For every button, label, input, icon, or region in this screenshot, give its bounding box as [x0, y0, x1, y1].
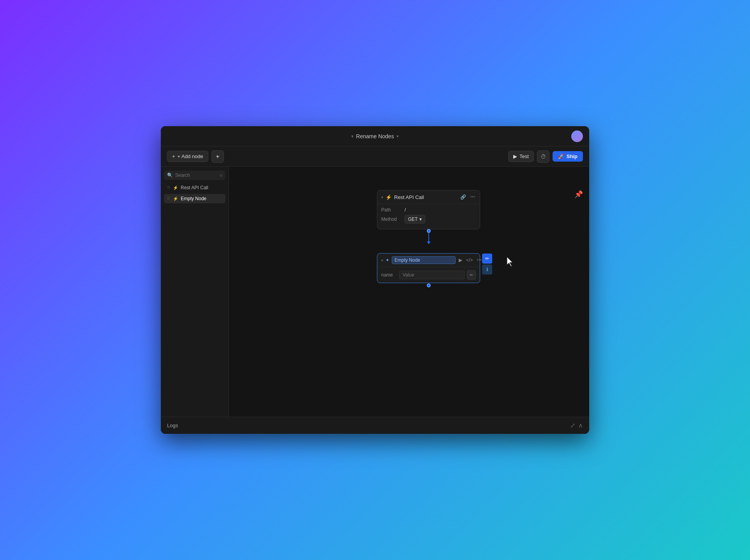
side-action-edit[interactable]: ✏ — [482, 254, 492, 264]
rest-api-icon: ⚡ — [173, 185, 178, 190]
node-container: ▾ ⚡ Rest API Call 🔗 ••• Path / Method — [377, 190, 480, 229]
node-connector — [427, 229, 431, 244]
avatar[interactable] — [571, 130, 583, 142]
run-icon[interactable]: ▶ — [458, 257, 463, 264]
method-value: GET — [408, 217, 418, 222]
link-icon[interactable]: 🔗 — [460, 194, 467, 201]
more-icon[interactable]: ••• — [469, 194, 476, 201]
empty-node-header-icon: ✦ — [386, 257, 389, 263]
pin-icon[interactable]: 📌 — [574, 190, 583, 199]
title-bar: ▾ Rename Nodes ▾ — [161, 126, 589, 146]
method-field: Method GET ▾ — [381, 215, 476, 224]
rest-api-node-title: Rest API Call — [394, 194, 457, 200]
node-name-input[interactable] — [392, 256, 456, 264]
code-icon[interactable]: </> — [465, 257, 474, 264]
empty-node: ▾ ✦ ▶ </> ••• name ✏ — [377, 253, 480, 283]
cursor — [505, 256, 515, 269]
method-chevron-icon: ▾ — [419, 217, 422, 222]
path-field: Path / — [381, 207, 476, 213]
sidebar-item-empty-node-label: Empty Node — [181, 196, 206, 201]
sidebar-item-rest-api-label: Rest API Call — [181, 185, 208, 190]
connector-arrow — [427, 241, 431, 244]
sidebar: 🔍 ≡ ⠿ ⚡ Rest API Call ⠿ ⚡ Empty Node — [161, 167, 229, 417]
empty-node-collapse-icon[interactable]: ▾ — [381, 258, 383, 262]
side-edit-icon: ✏ — [485, 256, 489, 261]
main-content: 🔍 ≡ ⠿ ⚡ Rest API Call ⠿ ⚡ Empty Node 📌 — [161, 167, 589, 417]
pencil-icon: ✏ — [470, 273, 473, 278]
add-node-icon: + — [172, 153, 175, 159]
path-value: / — [405, 207, 476, 213]
history-button[interactable]: ⏱ — [537, 150, 549, 163]
rest-api-node-header: ▾ ⚡ Rest API Call 🔗 ••• — [377, 190, 480, 204]
side-info-icon: ℹ — [486, 267, 488, 272]
rest-api-node-body: Path / Method GET ▾ — [377, 204, 480, 229]
rest-api-call-node: ▾ ⚡ Rest API Call 🔗 ••• Path / Method — [377, 190, 480, 229]
test-label: Test — [519, 153, 529, 159]
logs-expand-button[interactable]: ⤢ — [570, 422, 575, 429]
method-label: Method — [381, 217, 405, 222]
ship-rocket-icon: 🚀 — [558, 153, 564, 159]
side-action-info[interactable]: ℹ — [482, 264, 492, 275]
empty-node-header: ▾ ✦ ▶ </> ••• — [377, 254, 480, 267]
canvas[interactable]: 📌 ▾ ⚡ Rest API Call 🔗 ••• Path — [229, 167, 589, 417]
history-icon: ⏱ — [540, 153, 546, 160]
edit-button[interactable]: ✏ — [467, 270, 476, 280]
path-label: Path — [381, 207, 405, 213]
filter-icon[interactable]: ≡ — [220, 173, 222, 178]
test-play-icon: ▶ — [513, 153, 517, 159]
logs-label: Logs — [167, 423, 178, 428]
title-dropdown-icon[interactable]: ▾ — [396, 134, 399, 139]
connector-dot — [427, 229, 431, 233]
bottom-connector — [427, 284, 431, 287]
search-icon: 🔍 — [167, 173, 173, 178]
ship-label: Ship — [567, 153, 577, 159]
add-node-label: + Add node — [178, 153, 203, 159]
toolbar: + + Add node ✦ ▶ Test ⏱ 🚀 Ship — [161, 146, 589, 167]
name-label: name — [381, 272, 397, 278]
connector-line — [428, 233, 429, 241]
collapse-icon: ∧ — [578, 422, 583, 429]
drag-handle-icon: ⠿ — [167, 186, 170, 190]
value-field: name ✏ — [381, 270, 476, 280]
title-chevron[interactable]: ▾ — [351, 134, 354, 139]
ship-button[interactable]: 🚀 Ship — [553, 151, 583, 162]
logs-bar: Logs ⤢ ∧ — [161, 417, 589, 434]
empty-node-icon: ⚡ — [173, 196, 178, 201]
empty-node-body: name ✏ — [377, 267, 480, 283]
node-side-actions: ✏ ℹ — [482, 254, 492, 275]
magic-icon: ✦ — [215, 153, 220, 160]
add-node-button[interactable]: + + Add node — [167, 151, 208, 162]
app-window: ▾ Rename Nodes ▾ + + Add node ✦ ▶ Test ⏱… — [161, 126, 589, 434]
sidebar-search: 🔍 ≡ — [164, 171, 225, 180]
search-input[interactable] — [175, 173, 217, 178]
value-input[interactable] — [399, 271, 465, 279]
rest-api-node-icon: ⚡ — [386, 194, 392, 200]
method-select[interactable]: GET ▾ — [405, 215, 425, 224]
expand-icon: ⤢ — [570, 422, 575, 429]
empty-node-more-icon[interactable]: ••• — [476, 257, 482, 264]
sidebar-item-rest-api-call[interactable]: ⠿ ⚡ Rest API Call — [164, 183, 225, 192]
sidebar-item-empty-node[interactable]: ⠿ ⚡ Empty Node — [164, 194, 225, 203]
magic-button[interactable]: ✦ — [211, 150, 224, 163]
logs-collapse-button[interactable]: ∧ — [578, 422, 583, 429]
logs-actions: ⤢ ∧ — [570, 422, 583, 429]
node-collapse-icon[interactable]: ▾ — [381, 195, 383, 199]
test-button[interactable]: ▶ Test — [508, 151, 534, 162]
app-title: Rename Nodes — [356, 133, 394, 139]
drag-handle-icon-2: ⠿ — [167, 197, 170, 201]
title-bar-center: ▾ Rename Nodes ▾ — [351, 133, 398, 139]
